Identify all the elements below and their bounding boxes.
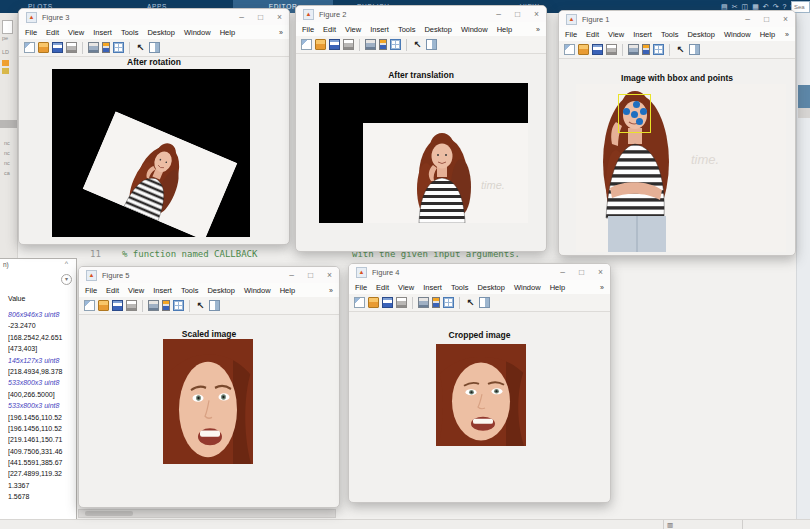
minimize-button[interactable]: – bbox=[745, 11, 750, 27]
ws-row[interactable]: [400,266.5000] bbox=[8, 389, 74, 400]
print-figure-icon[interactable] bbox=[343, 39, 354, 50]
maximize-button[interactable]: □ bbox=[308, 267, 313, 283]
edit-plot-icon[interactable] bbox=[465, 297, 476, 308]
menu-item[interactable]: Insert bbox=[633, 30, 652, 39]
ws-row[interactable]: [168.2542,42.651 bbox=[8, 332, 74, 343]
open-file-icon[interactable] bbox=[315, 39, 326, 50]
property-inspector-icon[interactable] bbox=[426, 39, 437, 50]
close-button[interactable]: × bbox=[534, 6, 539, 22]
menu-item[interactable]: Tools bbox=[181, 286, 199, 295]
print-figure-icon[interactable] bbox=[396, 297, 407, 308]
figure1-window[interactable]: ▲ Figure 1 –□× FileEditViewInsertToolsDe… bbox=[558, 10, 796, 256]
property-inspector-icon[interactable] bbox=[689, 44, 700, 55]
panel-menu-button[interactable]: ▾ bbox=[61, 274, 72, 285]
menu-item[interactable]: Desktop bbox=[477, 283, 505, 292]
ws-row[interactable]: [219.1461,150.71 bbox=[8, 434, 74, 445]
menu-item[interactable]: View bbox=[68, 28, 84, 37]
menu-item[interactable]: Tools bbox=[661, 30, 679, 39]
print-preview-icon[interactable] bbox=[88, 42, 99, 53]
menu-item[interactable]: Edit bbox=[323, 25, 336, 34]
menu-item[interactable]: Edit bbox=[106, 286, 119, 295]
menu-overflow-icon[interactable]: » bbox=[785, 31, 789, 38]
menu-item[interactable]: Help bbox=[550, 283, 565, 292]
ws-row[interactable]: 806x946x3 uint8 bbox=[8, 309, 74, 320]
menu-item[interactable]: Help bbox=[220, 28, 235, 37]
ws-row[interactable]: 1.5678 bbox=[8, 491, 74, 502]
close-button[interactable]: × bbox=[327, 267, 332, 283]
save-figure-icon[interactable] bbox=[329, 39, 340, 50]
menu-item[interactable]: Window bbox=[514, 283, 541, 292]
menu-item[interactable]: File bbox=[355, 283, 367, 292]
figure5-titlebar[interactable]: ▲ Figure 5 –□× bbox=[79, 267, 339, 283]
maximize-button[interactable]: □ bbox=[579, 264, 584, 280]
edit-plot-icon[interactable] bbox=[195, 300, 206, 311]
close-button[interactable]: × bbox=[598, 264, 603, 280]
figure1-titlebar[interactable]: ▲ Figure 1 –□× bbox=[559, 11, 795, 27]
ws-row[interactable]: 533x800x3 uint8 bbox=[8, 377, 74, 388]
colormap-editor-icon[interactable] bbox=[432, 297, 440, 308]
maximize-button[interactable]: □ bbox=[764, 11, 769, 27]
maximize-button[interactable]: □ bbox=[258, 9, 263, 25]
menu-overflow-icon[interactable]: » bbox=[329, 287, 333, 294]
figure2-titlebar[interactable]: ▲ Figure 2 –□× bbox=[296, 6, 546, 22]
property-inspector-icon[interactable] bbox=[149, 42, 160, 53]
ws-row[interactable]: 1.3367 bbox=[8, 480, 74, 491]
menu-item[interactable]: File bbox=[302, 25, 314, 34]
new-figure-icon[interactable] bbox=[354, 297, 365, 308]
save-figure-icon[interactable] bbox=[592, 44, 603, 55]
save-figure-icon[interactable] bbox=[52, 42, 63, 53]
close-button[interactable]: × bbox=[783, 11, 788, 27]
new-figure-icon[interactable] bbox=[24, 42, 35, 53]
figure3-titlebar[interactable]: ▲ Figure 3 –□× bbox=[19, 9, 289, 25]
minimize-button[interactable]: – bbox=[560, 264, 565, 280]
edit-plot-icon[interactable] bbox=[412, 39, 423, 50]
print-figure-icon[interactable] bbox=[606, 44, 617, 55]
insert-legend-icon[interactable] bbox=[113, 42, 124, 53]
print-preview-icon[interactable] bbox=[148, 300, 159, 311]
menu-item[interactable]: Desktop bbox=[207, 286, 235, 295]
figure4-titlebar[interactable]: ▲ Figure 4 –□× bbox=[349, 264, 610, 280]
menu-item[interactable]: File bbox=[25, 28, 37, 37]
print-preview-icon[interactable] bbox=[418, 297, 429, 308]
figure4-window[interactable]: ▲ Figure 4 –□× FileEditViewInsertToolsDe… bbox=[348, 263, 611, 503]
menu-item[interactable]: Help bbox=[760, 30, 775, 39]
ws-row[interactable]: [196.1456,110.52 bbox=[8, 412, 74, 423]
menu-item[interactable]: Edit bbox=[46, 28, 59, 37]
menu-item[interactable]: Edit bbox=[376, 283, 389, 292]
menu-item[interactable]: File bbox=[85, 286, 97, 295]
minimize-button[interactable]: – bbox=[496, 6, 501, 22]
save-figure-icon[interactable] bbox=[112, 300, 123, 311]
figure3-window[interactable]: ▲ Figure 3 –□× FileEditViewInsertToolsDe… bbox=[18, 8, 290, 245]
print-figure-icon[interactable] bbox=[126, 300, 137, 311]
insert-legend-icon[interactable] bbox=[390, 39, 401, 50]
menu-item[interactable]: Window bbox=[724, 30, 751, 39]
menu-item[interactable]: View bbox=[128, 286, 144, 295]
collapse-caret-icon[interactable]: ^ bbox=[65, 260, 68, 267]
menu-overflow-icon[interactable]: » bbox=[536, 26, 540, 33]
ws-row[interactable]: 145x127x3 uint8 bbox=[8, 355, 74, 366]
menu-item[interactable]: Desktop bbox=[687, 30, 715, 39]
print-preview-icon[interactable] bbox=[365, 39, 376, 50]
menu-overflow-icon[interactable]: » bbox=[600, 284, 604, 291]
menu-item[interactable]: View bbox=[608, 30, 624, 39]
figure5-window[interactable]: ▲ Figure 5 –□× FileEditViewInsertToolsDe… bbox=[78, 266, 340, 508]
print-preview-icon[interactable] bbox=[628, 44, 639, 55]
ws-row[interactable]: [441.5591,385.67 bbox=[8, 457, 74, 468]
menu-item[interactable]: View bbox=[345, 25, 361, 34]
menu-item[interactable]: Window bbox=[461, 25, 488, 34]
menu-item[interactable]: Help bbox=[497, 25, 512, 34]
insert-legend-icon[interactable] bbox=[653, 44, 664, 55]
menu-item[interactable]: Desktop bbox=[424, 25, 452, 34]
menu-item[interactable]: Insert bbox=[370, 25, 389, 34]
colormap-editor-icon[interactable] bbox=[642, 44, 650, 55]
minimize-button[interactable]: – bbox=[289, 267, 294, 283]
save-figure-icon[interactable] bbox=[382, 297, 393, 308]
new-figure-icon[interactable] bbox=[564, 44, 575, 55]
minimize-button[interactable]: – bbox=[239, 9, 244, 25]
menu-item[interactable]: Window bbox=[184, 28, 211, 37]
property-inspector-icon[interactable] bbox=[479, 297, 490, 308]
ws-row[interactable]: 533x800x3 uint8 bbox=[8, 400, 74, 411]
ws-row[interactable]: [409.7506,331.46 bbox=[8, 446, 74, 457]
scrollbar-thumb[interactable] bbox=[85, 511, 133, 516]
ws-row[interactable]: [218.4934,98.378 bbox=[8, 366, 74, 377]
